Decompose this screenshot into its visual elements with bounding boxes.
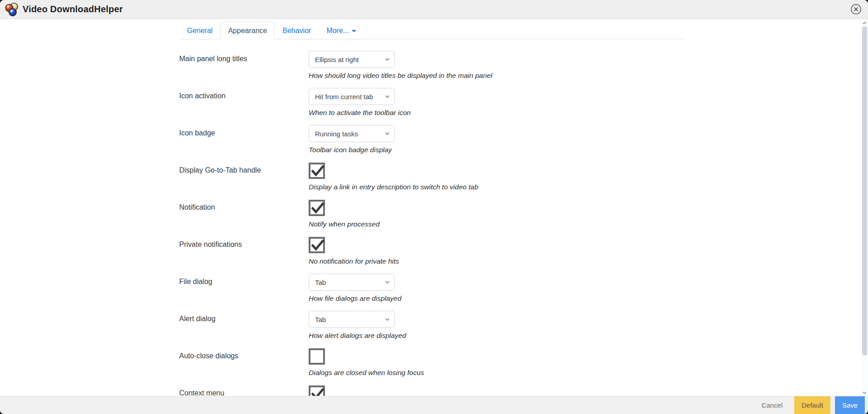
file-dialog-select[interactable]: Tab (309, 274, 395, 291)
setting-label: Display Go-to-Tab handle (179, 162, 309, 192)
app-logo-icon (5, 2, 19, 17)
icon-activation-select[interactable]: Hit from current tab (309, 88, 395, 105)
setting-description: No notification for private hits (309, 257, 683, 266)
setting-label: Private notifications (179, 236, 309, 266)
setting-description: Dialogs are closed when losing focus (309, 369, 683, 378)
caret-down-icon (352, 30, 356, 32)
chevron-down-icon (385, 95, 390, 98)
setting-label: Icon badge (179, 125, 309, 155)
form-row: Context menu (179, 385, 683, 396)
tab-behavior[interactable]: Behavior (275, 22, 319, 39)
close-icon[interactable] (850, 4, 862, 15)
private-notifications-checkbox[interactable] (309, 237, 325, 253)
select-value: Tab (315, 316, 326, 323)
form-row: Display Go-to-Tab handle Display a link … (179, 162, 683, 192)
scrollbar-thumb[interactable] (862, 26, 867, 356)
footer-bar: Cancel Default Save (0, 396, 868, 414)
auto-close-dialogs-checkbox[interactable] (309, 348, 325, 365)
notification-checkbox[interactable] (309, 200, 325, 216)
tab-appearance[interactable]: Appearance (220, 22, 275, 39)
default-button[interactable]: Default (794, 396, 830, 414)
form-row: Private notifications No notification fo… (179, 236, 683, 266)
setting-description: Toolbar icon badge display (309, 146, 683, 155)
tab-bar: General Appearance Behavior More... (179, 22, 683, 39)
setting-description: How file dialogs are displayed (309, 294, 683, 303)
cancel-button[interactable]: Cancel (754, 396, 790, 414)
form-row: Main panel long titles Ellipsis at right… (179, 51, 683, 81)
app-title: Video DownloadHelper (23, 4, 123, 14)
settings-content: General Appearance Behavior More... Main… (0, 19, 868, 396)
form-row: Notification Notify when processed (179, 199, 683, 229)
main-panel-long-titles-select[interactable]: Ellipsis at right (309, 51, 395, 68)
context-menu-checkbox[interactable] (309, 385, 325, 396)
select-value: Running tasks (315, 130, 358, 138)
goto-tab-handle-checkbox[interactable] (309, 163, 325, 179)
form-row: Icon badge Running tasks Toolbar icon ba… (179, 125, 683, 155)
chevron-down-icon (385, 281, 390, 284)
form-row: Icon activation Hit from current tab Whe… (179, 88, 683, 118)
select-value: Hit from current tab (315, 93, 373, 101)
setting-label: Icon activation (179, 88, 309, 118)
setting-label: Main panel long titles (179, 51, 309, 81)
vertical-scrollbar[interactable] (861, 20, 868, 396)
select-value: Ellipsis at right (315, 56, 359, 63)
save-button[interactable]: Save (835, 396, 865, 414)
setting-label: File dialog (179, 274, 309, 303)
scroll-up-icon[interactable] (861, 20, 868, 26)
chevron-down-icon (385, 58, 390, 61)
options-window: Video DownloadHelper General Appearance … (0, 0, 868, 414)
setting-label: Auto-close dialogs (179, 348, 309, 378)
alert-dialog-select[interactable]: Tab (309, 311, 395, 328)
select-value: Tab (315, 279, 326, 286)
form-row: Auto-close dialogs Dialogs are closed wh… (179, 348, 683, 378)
setting-description: Notify when processed (309, 220, 683, 229)
setting-description: Display a link in entry description to s… (309, 183, 683, 192)
tab-more[interactable]: More... (319, 22, 364, 39)
appearance-form: Main panel long titles Ellipsis at right… (179, 39, 683, 396)
setting-description: How should long video titles be displaye… (309, 72, 683, 81)
icon-badge-select[interactable]: Running tasks (309, 125, 395, 142)
chevron-down-icon (385, 132, 390, 135)
setting-label: Alert dialog (179, 311, 309, 341)
form-row: File dialog Tab How file dialogs are dis… (179, 274, 683, 303)
title-bar: Video DownloadHelper (0, 0, 868, 19)
tab-general[interactable]: General (179, 22, 220, 39)
setting-label: Notification (179, 199, 309, 229)
setting-description: How alert dialogs are displayed (309, 332, 683, 341)
form-row: Alert dialog Tab How alert dialogs are d… (179, 311, 683, 341)
setting-label: Context menu (179, 385, 309, 396)
chevron-down-icon (385, 318, 390, 321)
setting-description: When to activate the toolbar icon (309, 109, 683, 118)
scroll-down-icon[interactable] (861, 390, 868, 396)
